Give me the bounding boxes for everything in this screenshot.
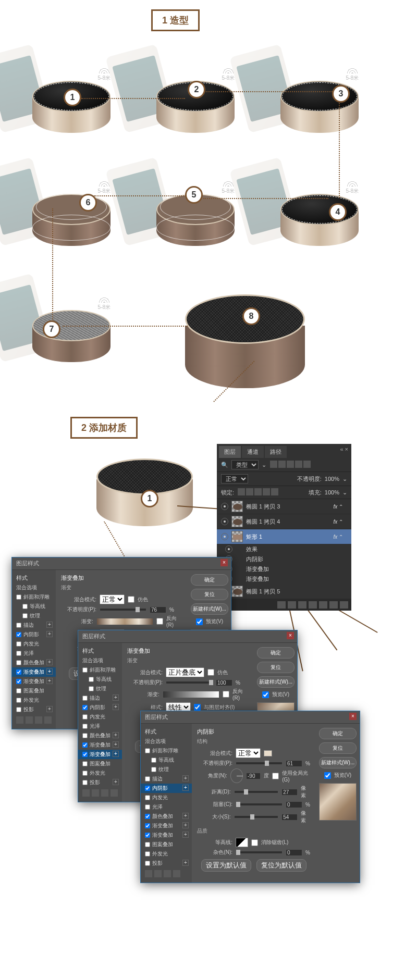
effect-item[interactable]: 渐变叠加 bbox=[217, 574, 351, 584]
checkbox[interactable] bbox=[16, 623, 21, 628]
visibility-eye-icon[interactable] bbox=[221, 518, 228, 525]
plus-icon[interactable]: + bbox=[46, 659, 53, 665]
effect-gradient-overlay[interactable]: 渐变叠加+ bbox=[141, 830, 192, 840]
cancel-button[interactable]: 复位 bbox=[257, 662, 295, 673]
down-icon[interactable] bbox=[35, 716, 42, 724]
effect-gradient-overlay-sel[interactable]: 渐变叠加+ bbox=[78, 750, 122, 759]
checkbox[interactable] bbox=[151, 767, 156, 772]
blend-options-item[interactable]: 混合选项 bbox=[141, 737, 192, 746]
effect-inner-shadow[interactable]: 内阴影+ bbox=[78, 703, 122, 712]
effect-item[interactable]: 内阴影 bbox=[217, 554, 351, 564]
adjustment-icon[interactable] bbox=[309, 601, 317, 609]
checkbox[interactable] bbox=[145, 823, 150, 828]
blend-mode-select[interactable]: 正片叠底 bbox=[166, 667, 204, 677]
plus-icon[interactable]: + bbox=[182, 785, 189, 791]
effect-drop-shadow[interactable]: 投影+ bbox=[141, 859, 192, 868]
checkbox[interactable] bbox=[16, 641, 21, 647]
plus-icon[interactable]: + bbox=[46, 678, 53, 684]
link-layers-icon[interactable] bbox=[277, 601, 286, 609]
up-icon[interactable] bbox=[26, 716, 33, 724]
plus-icon[interactable]: + bbox=[113, 741, 119, 748]
plus-icon[interactable]: + bbox=[113, 779, 119, 785]
plus-icon[interactable]: + bbox=[113, 704, 119, 710]
checkbox[interactable] bbox=[145, 776, 150, 781]
global-light-check[interactable] bbox=[272, 773, 279, 779]
preview-check[interactable] bbox=[262, 691, 269, 698]
effect-inner-glow[interactable]: 内发光 bbox=[12, 639, 56, 649]
opacity-slider[interactable] bbox=[166, 681, 213, 684]
checkbox[interactable] bbox=[82, 780, 88, 785]
choke-slider[interactable] bbox=[236, 803, 283, 806]
effect-bevel[interactable]: 斜面和浮雕 bbox=[12, 592, 56, 602]
effect-gradient-overlay[interactable]: 渐变叠加+ bbox=[141, 821, 192, 830]
chevron-down-icon[interactable]: ⌄ bbox=[342, 476, 347, 482]
effect-pattern-overlay[interactable]: 图案叠加 bbox=[78, 759, 122, 768]
plus-icon[interactable]: + bbox=[46, 668, 53, 675]
plus-icon[interactable]: + bbox=[113, 732, 119, 738]
checkbox[interactable] bbox=[145, 842, 150, 847]
visibility-eye-icon[interactable] bbox=[221, 503, 228, 510]
plus-icon[interactable]: + bbox=[46, 622, 53, 628]
checkbox[interactable] bbox=[16, 594, 21, 600]
effect-contour[interactable]: 等高线 bbox=[78, 675, 122, 684]
effect-pattern-overlay[interactable]: 图案叠加 bbox=[12, 686, 56, 696]
checkbox[interactable] bbox=[82, 705, 88, 710]
distance-slider[interactable] bbox=[234, 790, 279, 793]
effect-inner-glow[interactable]: 内发光 bbox=[141, 793, 192, 802]
dither-check[interactable] bbox=[207, 669, 214, 676]
opacity-value[interactable]: 100 bbox=[216, 679, 232, 686]
effect-satin[interactable]: 光泽 bbox=[12, 649, 56, 658]
choke-value[interactable]: 0 bbox=[286, 801, 302, 808]
down-icon[interactable] bbox=[101, 789, 108, 797]
new-layer-icon[interactable] bbox=[329, 601, 338, 609]
plus-icon[interactable]: + bbox=[182, 775, 189, 781]
blend-options-item[interactable]: 混合选项 bbox=[12, 583, 56, 592]
checkbox[interactable] bbox=[22, 604, 28, 609]
cancel-button[interactable]: 复位 bbox=[319, 742, 357, 754]
noise-value[interactable]: 0 bbox=[286, 849, 302, 856]
effect-color-overlay[interactable]: 颜色叠加+ bbox=[12, 658, 56, 667]
visibility-eye-icon[interactable] bbox=[225, 545, 232, 553]
fill-value[interactable]: 100% bbox=[325, 489, 339, 495]
effect-gradient-overlay[interactable]: 渐变叠加+ bbox=[78, 740, 122, 750]
dither-check[interactable] bbox=[128, 596, 134, 603]
size-slider[interactable] bbox=[234, 815, 279, 818]
checkbox[interactable] bbox=[145, 795, 150, 800]
checkbox[interactable] bbox=[89, 686, 94, 691]
effect-inner-glow[interactable]: 内发光 bbox=[78, 712, 122, 722]
tab-channels[interactable]: 通道 bbox=[242, 446, 264, 458]
tab-layers[interactable]: 图层 bbox=[219, 446, 241, 458]
checkbox[interactable] bbox=[16, 707, 21, 712]
checkbox[interactable] bbox=[16, 632, 21, 637]
fx-icon[interactable] bbox=[82, 789, 90, 797]
effect-gradient-overlay-sel[interactable]: 渐变叠加+ bbox=[12, 667, 56, 677]
opacity-value[interactable]: 76 bbox=[150, 606, 166, 613]
checkbox[interactable] bbox=[145, 748, 150, 753]
trash-icon[interactable] bbox=[173, 870, 180, 877]
gradient-picker[interactable] bbox=[163, 691, 219, 698]
checkbox[interactable] bbox=[151, 758, 156, 763]
checkbox[interactable] bbox=[16, 688, 21, 693]
tab-paths[interactable]: 路径 bbox=[265, 446, 287, 458]
plus-icon[interactable]: + bbox=[113, 694, 119, 701]
layer-row-selected[interactable]: 矩形 1 fx bbox=[217, 529, 351, 544]
trash-icon[interactable] bbox=[340, 601, 348, 609]
effect-stroke[interactable]: 描边+ bbox=[141, 774, 192, 784]
filter-kind-select[interactable]: 类型 bbox=[231, 460, 259, 469]
checkbox[interactable] bbox=[82, 752, 88, 757]
close-icon[interactable]: × bbox=[349, 713, 357, 720]
trash-icon[interactable] bbox=[111, 789, 118, 797]
effect-drop-shadow[interactable]: 投影+ bbox=[78, 778, 122, 787]
up-icon[interactable] bbox=[154, 870, 162, 877]
checkbox[interactable] bbox=[89, 677, 94, 682]
checkbox[interactable] bbox=[145, 833, 150, 838]
opacity-slider[interactable] bbox=[236, 762, 283, 765]
plus-icon[interactable]: + bbox=[46, 706, 53, 712]
effect-bevel[interactable]: 斜面和浮雕 bbox=[78, 665, 122, 675]
opacity-value[interactable]: 61 bbox=[286, 760, 302, 767]
checkbox[interactable] bbox=[145, 814, 150, 819]
checkbox[interactable] bbox=[145, 861, 150, 866]
checkbox[interactable] bbox=[145, 851, 150, 857]
checkbox[interactable] bbox=[82, 696, 88, 701]
effect-stroke[interactable]: 描边+ bbox=[12, 621, 56, 630]
